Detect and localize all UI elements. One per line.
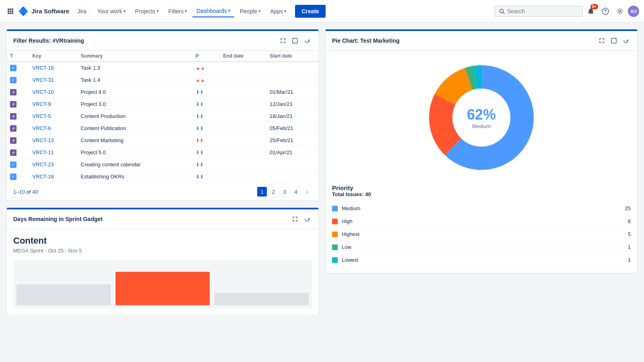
issue-summary-cell: Content Publication — [78, 122, 192, 134]
issue-key-link[interactable]: VRCT-5 — [32, 113, 51, 119]
table-row: ⚡ VRCT-11 Project 5.0 ⬇⬇ 01/Apr/21 — [7, 147, 318, 159]
nav-apps[interactable]: Apps ▾ — [266, 6, 290, 17]
legend-items: Medium 25 High 8 Highest 5 Low 1 Lowest … — [332, 202, 631, 267]
issue-key-cell: VRCT-18 — [29, 171, 77, 183]
nav-your-work[interactable]: Your work ▾ — [93, 6, 130, 17]
issue-summary-cell: Creating content calendar — [78, 159, 192, 171]
table-row: ⚡ VRCT-9 Project 3.0 ⬇⬇ 12/Jan/21 — [7, 98, 318, 110]
jira-logo[interactable]: Jira Software — [18, 6, 69, 17]
sprint-gadget-panel: Days Remaining in Sprint Gadget Content … — [6, 207, 319, 315]
issue-key-cell: VRCT-16 — [29, 62, 77, 74]
filter-table: T Key Summary P End date Start date ✓ VR… — [7, 51, 318, 183]
refresh-icon[interactable] — [621, 36, 631, 46]
chevron-down-icon: ▾ — [185, 9, 187, 13]
issue-key-link[interactable]: VRCT-9 — [32, 101, 51, 107]
issue-startdate-cell: 12/Jan/21 — [266, 98, 318, 110]
issue-enddate-cell — [220, 74, 266, 86]
notifications-button[interactable]: 9+ — [584, 5, 597, 18]
pagination-bar: 1–10 of 40 1234› — [7, 183, 318, 201]
svg-rect-8 — [12, 12, 13, 14]
page-button[interactable]: 2 — [268, 187, 278, 197]
issue-enddate-cell — [220, 110, 266, 122]
donut-center: 62% Medium — [467, 106, 496, 129]
issue-key-link[interactable]: VRCT-31 — [32, 77, 54, 83]
issue-enddate-cell — [220, 98, 266, 110]
issue-type-cell: ✓ — [7, 171, 29, 183]
legend-color-swatch — [332, 219, 338, 224]
sprint-panel-actions — [290, 214, 312, 224]
pie-panel-actions — [597, 36, 631, 46]
expand-icon[interactable] — [278, 36, 288, 46]
help-button[interactable] — [599, 5, 612, 18]
fullscreen-icon[interactable] — [290, 36, 300, 46]
chevron-down-icon: ▾ — [228, 8, 230, 13]
priority-header: Priority — [332, 184, 631, 191]
issue-priority-cell: ⬇⬇ — [192, 122, 220, 134]
dashboard-main: Filter Results: #VRtraining T — [0, 23, 644, 322]
legend-count: 5 — [628, 231, 631, 237]
nav-filters[interactable]: Filters ▾ — [164, 6, 191, 17]
expand-icon[interactable] — [597, 36, 607, 46]
issue-summary-cell: Project 4.0 — [78, 86, 192, 98]
refresh-icon[interactable] — [302, 36, 312, 46]
issue-key-cell: VRCT-11 — [29, 147, 77, 159]
legend-count: 25 — [625, 205, 631, 211]
next-page-button[interactable]: › — [302, 187, 312, 197]
issue-key-cell: VRCT-5 — [29, 110, 77, 122]
issue-enddate-cell — [220, 147, 266, 159]
issue-key-link[interactable]: VRCT-23 — [32, 161, 54, 168]
svg-rect-4 — [10, 10, 11, 12]
page-button[interactable]: 3 — [280, 187, 289, 197]
nav-projects[interactable]: Projects ▾ — [131, 6, 163, 17]
page-button[interactable]: 1 — [257, 187, 267, 197]
svg-rect-7 — [10, 12, 11, 14]
legend-name: Lowest — [342, 257, 628, 263]
issue-type-cell: ✓ — [7, 159, 29, 171]
legend-item: High 8 — [332, 215, 631, 228]
refresh-icon[interactable] — [302, 214, 312, 224]
issue-startdate-cell: 25/Feb/21 — [266, 134, 318, 147]
issue-enddate-cell — [220, 171, 266, 183]
issue-startdate-cell: 05/Feb/21 — [266, 122, 318, 134]
search-bar[interactable] — [494, 6, 583, 17]
page-button[interactable]: 4 — [291, 187, 301, 197]
issue-startdate-cell — [266, 171, 318, 183]
pagination-pages[interactable]: 1234› — [257, 187, 312, 197]
nav-dashboards[interactable]: Dashboards ▾ — [192, 5, 234, 17]
search-input[interactable] — [507, 8, 572, 14]
create-button[interactable]: Create — [295, 5, 326, 18]
issue-key-link[interactable]: VRCT-6 — [32, 125, 51, 131]
search-icon — [499, 8, 505, 14]
issue-priority-cell: ⬆⬆ — [192, 134, 220, 147]
expand-icon[interactable] — [290, 214, 300, 224]
issue-key-link[interactable]: VRCT-13 — [32, 137, 54, 143]
sprint-dates: MEGA Sprint - Oct 25 - Nov 5 — [13, 248, 312, 254]
issue-key-link[interactable]: VRCT-10 — [32, 89, 54, 95]
table-row: ⚡ VRCT-6 Content Publication ⬇⬇ 05/Feb/2… — [7, 122, 318, 134]
legend-color-swatch — [332, 206, 338, 211]
pie-chart-container: 62% Medium — [326, 51, 637, 184]
left-column: Filter Results: #VRtraining T — [6, 29, 319, 315]
settings-button[interactable] — [613, 5, 626, 18]
svg-point-11 — [605, 12, 606, 13]
issue-priority-cell: ⬇⬇ — [192, 98, 220, 110]
issue-key-link[interactable]: VRCT-18 — [32, 174, 54, 180]
table-row: ⚡ VRCT-10 Project 4.0 ⬇⬇ 01/Mar/21 — [7, 86, 318, 98]
col-summary: Summary — [78, 51, 192, 62]
issue-summary-cell: Project 3.0 — [78, 98, 192, 110]
fullscreen-icon[interactable] — [609, 36, 619, 46]
issue-key-link[interactable]: VRCT-16 — [32, 65, 54, 71]
issue-priority-cell: ⬇⬇ — [192, 147, 220, 159]
grid-menu-icon[interactable] — [5, 6, 16, 17]
issue-summary-cell: Establishing OKRs — [78, 171, 192, 183]
user-avatar[interactable]: AU — [628, 6, 639, 17]
pie-panel-title: Pie Chart: Test Marketing — [332, 37, 400, 44]
issue-startdate-cell — [266, 74, 318, 86]
issue-type-cell: ⚡ — [7, 122, 29, 134]
issue-priority-cell: ⬇⬇ — [192, 159, 220, 171]
top-navigation: Jira Software Jira Your work ▾ Projects … — [0, 0, 644, 23]
nav-people[interactable]: People ▾ — [236, 6, 265, 17]
issue-key-link[interactable]: VRCT-11 — [32, 149, 54, 155]
avatar-initials: AU — [630, 9, 637, 14]
issue-priority-cell: ▲▲ — [192, 74, 220, 86]
